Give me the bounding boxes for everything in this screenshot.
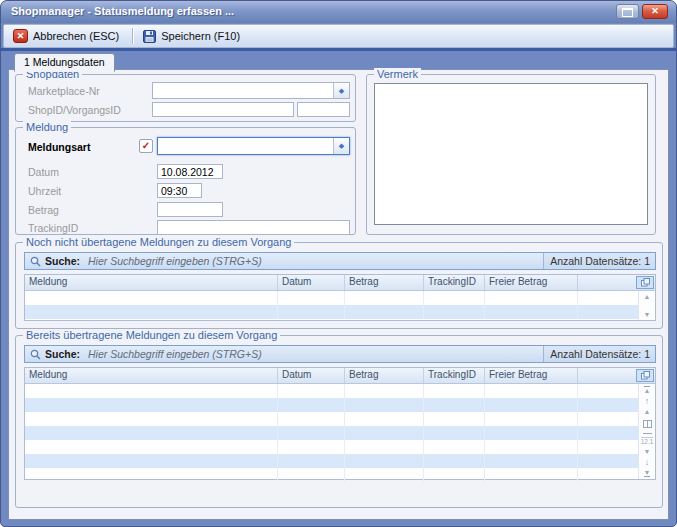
column-chooser-button[interactable] [636, 276, 654, 289]
navigate-last-icon[interactable]: ▼ [644, 469, 651, 477]
navigation-divider [643, 433, 652, 434]
scroll-up-icon[interactable]: ▲ [644, 293, 651, 300]
toolbar-bottom-separator [1, 48, 676, 51]
table-cell [424, 384, 485, 398]
search-label: Suche: [45, 348, 80, 360]
meldungsart-dropdown-button[interactable]: ◆ [333, 138, 349, 154]
trackingid-field[interactable] [157, 220, 350, 235]
shopid-label: ShopID/VorgangsID [28, 104, 121, 116]
table-cell [278, 305, 345, 319]
pending-grid-scrollbar: ▲ ▼ [638, 291, 655, 320]
table-cell [345, 440, 424, 454]
pending-search-input[interactable] [86, 254, 543, 268]
cancel-button[interactable]: ✕ Abbrechen (ESC) [10, 28, 125, 44]
column-header-datum[interactable]: Datum [278, 275, 345, 290]
restore-button[interactable] [616, 4, 639, 19]
toolbar: ✕ Abbrechen (ESC) Speichern (F10) [3, 24, 674, 48]
table-cell [278, 454, 345, 468]
table-cell [278, 398, 345, 412]
vermerk-textarea[interactable] [374, 83, 648, 225]
save-button[interactable]: Speichern (F10) [140, 29, 246, 44]
column-header-betrag[interactable]: Betrag [345, 275, 424, 290]
transferred-grid-rows [25, 384, 638, 479]
scroll-down-icon[interactable]: ▼ [644, 311, 651, 318]
table-cell [578, 384, 638, 398]
table-cell [424, 305, 485, 319]
navigate-first-icon[interactable]: ▲ [644, 386, 651, 394]
table-cell [485, 384, 578, 398]
table-cell [25, 291, 278, 305]
betrag-label: Betrag [28, 204, 59, 216]
meldungsart-combobox[interactable]: ◆ [157, 137, 350, 155]
close-button[interactable]: ✕ [642, 4, 668, 19]
tab-meldungsdaten[interactable]: 1 Meldungsdaten [14, 53, 115, 72]
table-cell [578, 426, 638, 440]
column-header-betrag[interactable]: Betrag [345, 368, 424, 383]
table-row[interactable] [25, 398, 638, 412]
table-cell [485, 291, 578, 305]
table-cell [25, 384, 278, 398]
betrag-field[interactable] [157, 202, 223, 217]
table-cell [25, 398, 278, 412]
tab-label: 1 Meldungsdaten [24, 56, 105, 68]
column-chooser-button[interactable] [636, 369, 654, 382]
table-row[interactable] [25, 412, 638, 426]
column-header-trackingid[interactable]: TrackingID [424, 368, 485, 383]
close-icon: ✕ [651, 6, 659, 16]
pending-grid: Meldung Datum Betrag TrackingID Freier B… [24, 274, 656, 321]
table-cell [25, 454, 278, 468]
column-header-freier-betrag[interactable]: Freier Betrag [485, 368, 578, 383]
shopid-field[interactable] [152, 102, 294, 117]
resize-rows-icon[interactable] [643, 418, 652, 430]
table-cell [345, 412, 424, 426]
transferred-grid: Meldung Datum Betrag TrackingID Freier B… [24, 367, 656, 480]
marketplace-combobox[interactable]: ◆ [152, 82, 350, 99]
chevron-down-icon: ◆ [339, 87, 344, 95]
scroll-up-icon[interactable]: ▲ [644, 408, 651, 415]
meldungsart-label: Meldungsart [28, 141, 90, 153]
table-row[interactable] [25, 468, 638, 482]
vorgangsid-field[interactable] [297, 102, 350, 117]
pending-search-bar: Suche: Anzahl Datensätze: 1 [24, 252, 656, 270]
column-header-meldung[interactable]: Meldung [25, 275, 278, 290]
auto-size-icon[interactable]: 12.1 [641, 437, 654, 445]
table-cell [424, 440, 485, 454]
column-header-spacer [578, 275, 635, 290]
table-cell [578, 398, 638, 412]
table-cell [25, 426, 278, 440]
table-cell [25, 305, 278, 319]
group-meldung: Meldung Meldungsart ✓ ◆ Datum Uhrzeit Be… [15, 127, 356, 235]
table-row[interactable] [25, 305, 638, 319]
restore-icon [622, 8, 633, 17]
table-row[interactable] [25, 426, 638, 440]
uhrzeit-field[interactable] [157, 183, 202, 198]
table-cell [278, 412, 345, 426]
table-cell [578, 440, 638, 454]
transferred-search-input[interactable] [86, 347, 543, 361]
table-cell [278, 291, 345, 305]
window-title: Shopmanager - Statusmeldung erfassen ... [11, 5, 234, 17]
uhrzeit-label: Uhrzeit [28, 185, 61, 197]
marketplace-combobox-value [153, 83, 333, 98]
pending-grid-rows [25, 291, 638, 320]
marketplace-dropdown-button[interactable]: ◆ [333, 83, 349, 98]
column-header-freier-betrag[interactable]: Freier Betrag [485, 275, 578, 290]
move-down-icon[interactable]: ↓ [645, 458, 650, 466]
table-cell [485, 426, 578, 440]
table-cell [485, 468, 578, 482]
column-header-trackingid[interactable]: TrackingID [424, 275, 485, 290]
toolbar-separator [132, 28, 133, 44]
column-header-datum[interactable]: Datum [278, 368, 345, 383]
table-cell [25, 412, 278, 426]
column-header-meldung[interactable]: Meldung [25, 368, 278, 383]
transferred-grid-body: ▲ ↑ ▲ 12.1 ▼ ↓ ▼ [25, 384, 655, 479]
table-row[interactable] [25, 454, 638, 468]
move-up-icon[interactable]: ↑ [645, 397, 650, 405]
table-cell [485, 454, 578, 468]
table-row[interactable] [25, 384, 638, 398]
table-cell [345, 398, 424, 412]
datum-field[interactable] [157, 164, 223, 179]
scroll-down-icon[interactable]: ▼ [644, 448, 651, 455]
table-row[interactable] [25, 291, 638, 305]
table-row[interactable] [25, 440, 638, 454]
